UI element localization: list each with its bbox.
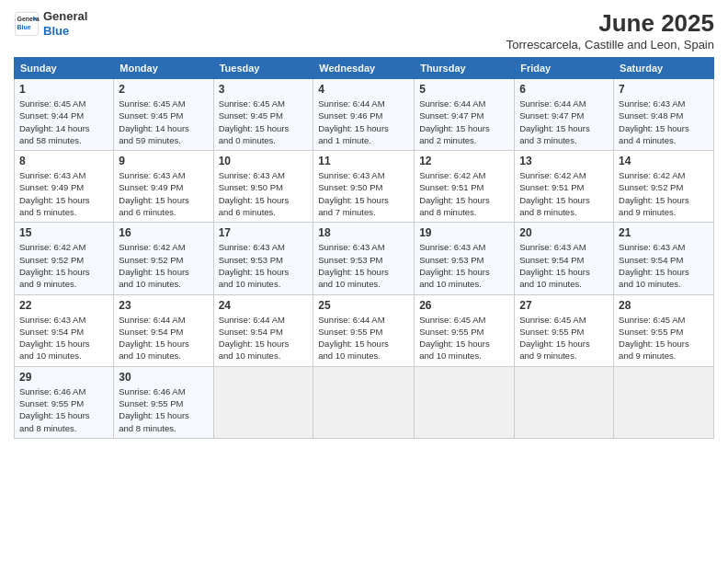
- calendar-cell: 15Sunrise: 6:42 AM Sunset: 9:52 PM Dayli…: [15, 223, 114, 294]
- calendar-cell: 27Sunrise: 6:45 AM Sunset: 9:55 PM Dayli…: [515, 294, 614, 366]
- calendar-cell: 16Sunrise: 6:42 AM Sunset: 9:52 PM Dayli…: [114, 223, 213, 294]
- day-info: Sunrise: 6:42 AM Sunset: 9:51 PM Dayligh…: [419, 169, 509, 218]
- day-number: 1: [19, 83, 108, 96]
- calendar-cell: 25Sunrise: 6:44 AM Sunset: 9:55 PM Dayli…: [313, 294, 415, 366]
- calendar-cell: 6Sunrise: 6:44 AM Sunset: 9:47 PM Daylig…: [515, 79, 614, 151]
- day-info: Sunrise: 6:43 AM Sunset: 9:48 PM Dayligh…: [619, 98, 709, 146]
- day-number: 28: [619, 299, 709, 312]
- calendar-cell: 4Sunrise: 6:44 AM Sunset: 9:46 PM Daylig…: [313, 79, 415, 151]
- day-number: 4: [318, 83, 409, 96]
- calendar-cell: 11Sunrise: 6:43 AM Sunset: 9:50 PM Dayli…: [313, 151, 415, 223]
- day-info: Sunrise: 6:43 AM Sunset: 9:50 PM Dayligh…: [318, 169, 409, 218]
- day-number: 12: [419, 155, 509, 167]
- day-info: Sunrise: 6:43 AM Sunset: 9:54 PM Dayligh…: [519, 241, 609, 290]
- calendar-cell: 19Sunrise: 6:43 AM Sunset: 9:53 PM Dayli…: [415, 223, 515, 294]
- logo: General Blue General Blue: [14, 9, 87, 38]
- col-thursday: Thursday: [415, 58, 515, 79]
- calendar-cell: 7Sunrise: 6:43 AM Sunset: 9:48 PM Daylig…: [614, 79, 714, 151]
- calendar-row-3: 22Sunrise: 6:43 AM Sunset: 9:54 PM Dayli…: [15, 294, 714, 366]
- day-info: Sunrise: 6:43 AM Sunset: 9:54 PM Dayligh…: [619, 241, 709, 290]
- day-number: 11: [318, 155, 409, 167]
- day-info: Sunrise: 6:43 AM Sunset: 9:50 PM Dayligh…: [219, 169, 309, 218]
- day-info: Sunrise: 6:45 AM Sunset: 9:44 PM Dayligh…: [19, 98, 108, 146]
- day-info: Sunrise: 6:42 AM Sunset: 9:52 PM Dayligh…: [119, 241, 208, 290]
- calendar-cell: 10Sunrise: 6:43 AM Sunset: 9:50 PM Dayli…: [213, 151, 313, 223]
- day-number: 14: [619, 155, 709, 167]
- day-number: 2: [119, 83, 208, 96]
- calendar-cell: [415, 366, 515, 438]
- header: General Blue General Blue June 2025 Torr…: [14, 9, 714, 52]
- logo-icon: General Blue: [14, 11, 40, 37]
- day-number: 6: [519, 83, 609, 96]
- location-subtitle: Torrescarcela, Castille and Leon, Spain: [506, 38, 714, 52]
- day-number: 21: [619, 226, 709, 239]
- col-sunday: Sunday: [15, 58, 114, 79]
- day-info: Sunrise: 6:43 AM Sunset: 9:49 PM Dayligh…: [19, 169, 108, 218]
- day-number: 7: [619, 83, 709, 96]
- day-number: 24: [219, 299, 309, 312]
- col-wednesday: Wednesday: [313, 58, 415, 79]
- day-number: 26: [419, 299, 509, 312]
- day-info: Sunrise: 6:44 AM Sunset: 9:46 PM Dayligh…: [318, 98, 409, 146]
- calendar-cell: [515, 366, 614, 438]
- calendar-cell: 24Sunrise: 6:44 AM Sunset: 9:54 PM Dayli…: [213, 294, 313, 366]
- calendar-cell: 30Sunrise: 6:46 AM Sunset: 9:55 PM Dayli…: [114, 366, 213, 438]
- calendar-row-1: 8Sunrise: 6:43 AM Sunset: 9:49 PM Daylig…: [15, 151, 714, 223]
- day-info: Sunrise: 6:43 AM Sunset: 9:49 PM Dayligh…: [119, 169, 208, 218]
- day-info: Sunrise: 6:44 AM Sunset: 9:54 PM Dayligh…: [219, 314, 309, 362]
- col-tuesday: Tuesday: [213, 58, 313, 79]
- day-number: 17: [219, 226, 309, 239]
- calendar-cell: 9Sunrise: 6:43 AM Sunset: 9:49 PM Daylig…: [114, 151, 213, 223]
- day-info: Sunrise: 6:42 AM Sunset: 9:52 PM Dayligh…: [619, 169, 709, 218]
- logo-text: General Blue: [43, 9, 87, 38]
- calendar-cell: 1Sunrise: 6:45 AM Sunset: 9:44 PM Daylig…: [15, 79, 114, 151]
- col-saturday: Saturday: [614, 58, 714, 79]
- calendar-cell: 13Sunrise: 6:42 AM Sunset: 9:51 PM Dayli…: [515, 151, 614, 223]
- svg-text:Blue: Blue: [17, 23, 31, 29]
- calendar-cell: 21Sunrise: 6:43 AM Sunset: 9:54 PM Dayli…: [614, 223, 714, 294]
- day-info: Sunrise: 6:45 AM Sunset: 9:55 PM Dayligh…: [619, 314, 709, 362]
- calendar-cell: 26Sunrise: 6:45 AM Sunset: 9:55 PM Dayli…: [415, 294, 515, 366]
- day-number: 27: [519, 299, 609, 312]
- calendar-cell: 29Sunrise: 6:46 AM Sunset: 9:55 PM Dayli…: [15, 366, 114, 438]
- day-number: 10: [219, 155, 309, 167]
- calendar-cell: 17Sunrise: 6:43 AM Sunset: 9:53 PM Dayli…: [213, 223, 313, 294]
- day-info: Sunrise: 6:42 AM Sunset: 9:51 PM Dayligh…: [519, 169, 609, 218]
- calendar-cell: 23Sunrise: 6:44 AM Sunset: 9:54 PM Dayli…: [114, 294, 213, 366]
- calendar-row-0: 1Sunrise: 6:45 AM Sunset: 9:44 PM Daylig…: [15, 79, 714, 151]
- calendar-cell: 2Sunrise: 6:45 AM Sunset: 9:45 PM Daylig…: [114, 79, 213, 151]
- day-number: 30: [119, 371, 208, 384]
- day-info: Sunrise: 6:46 AM Sunset: 9:55 PM Dayligh…: [119, 385, 208, 434]
- day-info: Sunrise: 6:44 AM Sunset: 9:54 PM Dayligh…: [119, 314, 208, 362]
- day-number: 15: [19, 226, 108, 239]
- day-info: Sunrise: 6:42 AM Sunset: 9:52 PM Dayligh…: [19, 241, 108, 290]
- calendar-cell: 8Sunrise: 6:43 AM Sunset: 9:49 PM Daylig…: [15, 151, 114, 223]
- day-number: 29: [19, 371, 108, 384]
- day-number: 3: [219, 83, 309, 96]
- calendar-row-4: 29Sunrise: 6:46 AM Sunset: 9:55 PM Dayli…: [15, 366, 714, 438]
- col-friday: Friday: [515, 58, 614, 79]
- day-info: Sunrise: 6:45 AM Sunset: 9:55 PM Dayligh…: [419, 314, 509, 362]
- day-number: 18: [318, 226, 409, 239]
- day-info: Sunrise: 6:45 AM Sunset: 9:55 PM Dayligh…: [519, 314, 609, 362]
- col-monday: Monday: [114, 58, 213, 79]
- day-number: 20: [519, 226, 609, 239]
- calendar-cell: 20Sunrise: 6:43 AM Sunset: 9:54 PM Dayli…: [515, 223, 614, 294]
- day-number: 22: [19, 299, 108, 312]
- calendar-cell: 12Sunrise: 6:42 AM Sunset: 9:51 PM Dayli…: [415, 151, 515, 223]
- day-info: Sunrise: 6:43 AM Sunset: 9:54 PM Dayligh…: [19, 314, 108, 362]
- day-number: 9: [119, 155, 208, 167]
- calendar-cell: [614, 366, 714, 438]
- day-info: Sunrise: 6:45 AM Sunset: 9:45 PM Dayligh…: [119, 98, 208, 146]
- day-number: 23: [119, 299, 208, 312]
- calendar-row-2: 15Sunrise: 6:42 AM Sunset: 9:52 PM Dayli…: [15, 223, 714, 294]
- day-number: 25: [318, 299, 409, 312]
- day-info: Sunrise: 6:43 AM Sunset: 9:53 PM Dayligh…: [318, 241, 409, 290]
- day-info: Sunrise: 6:45 AM Sunset: 9:45 PM Dayligh…: [219, 98, 309, 146]
- calendar-cell: 14Sunrise: 6:42 AM Sunset: 9:52 PM Dayli…: [614, 151, 714, 223]
- day-number: 5: [419, 83, 509, 96]
- day-number: 8: [19, 155, 108, 167]
- calendar-cell: 28Sunrise: 6:45 AM Sunset: 9:55 PM Dayli…: [614, 294, 714, 366]
- day-number: 13: [519, 155, 609, 167]
- calendar-cell: 3Sunrise: 6:45 AM Sunset: 9:45 PM Daylig…: [213, 79, 313, 151]
